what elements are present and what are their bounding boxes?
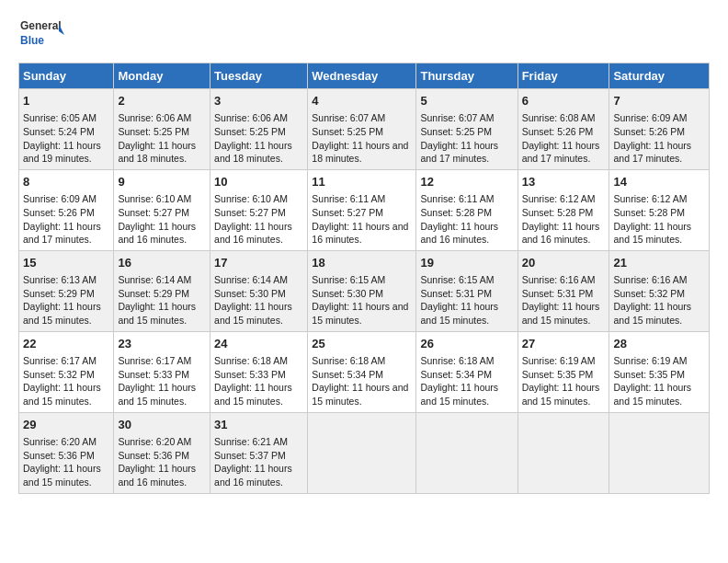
day-info: Daylight: 11 hours and 15 minutes. — [522, 382, 600, 407]
day-cell: 17Sunrise: 6:14 AMSunset: 5:30 PMDayligh… — [210, 250, 308, 331]
day-info: Daylight: 11 hours and 15 minutes. — [23, 382, 101, 407]
week-row-4: 22Sunrise: 6:17 AMSunset: 5:32 PMDayligh… — [19, 331, 710, 412]
day-info: Sunset: 5:30 PM — [214, 288, 286, 299]
day-info: Sunset: 5:29 PM — [23, 288, 95, 299]
week-row-3: 15Sunrise: 6:13 AMSunset: 5:29 PMDayligh… — [19, 250, 710, 331]
day-cell: 22Sunrise: 6:17 AMSunset: 5:32 PMDayligh… — [19, 331, 114, 412]
calendar-body: 1Sunrise: 6:05 AMSunset: 5:24 PMDaylight… — [19, 89, 710, 494]
day-info: Sunset: 5:36 PM — [118, 450, 189, 461]
day-info: Sunrise: 6:12 AM — [522, 193, 596, 204]
day-info: Sunrise: 6:11 AM — [420, 193, 494, 204]
day-info: Daylight: 11 hours and 15 minutes. — [613, 221, 691, 246]
day-cell: 8Sunrise: 6:09 AMSunset: 5:26 PMDaylight… — [19, 169, 114, 250]
day-info: Daylight: 11 hours and 15 minutes. — [23, 463, 101, 488]
day-info: Sunrise: 6:15 AM — [420, 274, 494, 285]
day-number: 15 — [23, 255, 109, 271]
day-number: 9 — [118, 174, 206, 190]
day-info: Sunset: 5:31 PM — [522, 288, 594, 299]
day-number: 8 — [23, 174, 109, 190]
day-cell: 18Sunrise: 6:15 AMSunset: 5:30 PMDayligh… — [308, 250, 416, 331]
col-header-wednesday: Wednesday — [308, 63, 416, 89]
day-info: Daylight: 11 hours and 17 minutes. — [420, 140, 498, 165]
day-info: Sunset: 5:32 PM — [613, 288, 685, 299]
day-info: Daylight: 11 hours and 16 minutes. — [214, 221, 292, 246]
day-cell: 5Sunrise: 6:07 AMSunset: 5:25 PMDaylight… — [416, 89, 518, 170]
day-cell — [308, 412, 416, 493]
day-number: 16 — [118, 255, 206, 271]
svg-text:General: General — [20, 19, 62, 32]
day-info: Sunrise: 6:16 AM — [613, 274, 687, 285]
day-info: Daylight: 11 hours and 18 minutes. — [312, 140, 408, 165]
day-info: Sunset: 5:26 PM — [522, 126, 594, 137]
col-header-monday: Monday — [114, 63, 210, 89]
day-cell: 20Sunrise: 6:16 AMSunset: 5:31 PMDayligh… — [518, 250, 609, 331]
day-number: 4 — [312, 93, 412, 109]
day-info: Sunrise: 6:05 AM — [23, 112, 97, 123]
day-info: Sunset: 5:24 PM — [23, 126, 95, 137]
day-number: 18 — [312, 255, 412, 271]
day-number: 26 — [420, 336, 513, 352]
day-info: Sunrise: 6:06 AM — [118, 112, 191, 123]
day-info: Sunset: 5:26 PM — [23, 207, 95, 218]
day-info: Daylight: 11 hours and 16 minutes. — [118, 221, 196, 246]
day-info: Daylight: 11 hours and 15 minutes. — [312, 382, 408, 407]
svg-text:Blue: Blue — [20, 34, 44, 47]
day-info: Sunrise: 6:18 AM — [420, 355, 494, 366]
day-cell: 27Sunrise: 6:19 AMSunset: 5:35 PMDayligh… — [518, 331, 609, 412]
day-cell: 2Sunrise: 6:06 AMSunset: 5:25 PMDaylight… — [114, 89, 210, 170]
calendar-table: SundayMondayTuesdayWednesdayThursdayFrid… — [18, 63, 710, 494]
day-number: 29 — [23, 417, 109, 433]
day-info: Daylight: 11 hours and 16 minutes. — [312, 221, 408, 246]
day-info: Sunrise: 6:18 AM — [214, 355, 288, 366]
day-info: Sunset: 5:35 PM — [522, 369, 594, 380]
logo: General Blue — [18, 15, 64, 55]
day-info: Sunrise: 6:07 AM — [420, 112, 494, 123]
day-cell: 14Sunrise: 6:12 AMSunset: 5:28 PMDayligh… — [609, 169, 710, 250]
day-info: Sunset: 5:37 PM — [214, 450, 286, 461]
day-info: Daylight: 11 hours and 15 minutes. — [312, 301, 408, 326]
day-cell: 26Sunrise: 6:18 AMSunset: 5:34 PMDayligh… — [416, 331, 518, 412]
week-row-1: 1Sunrise: 6:05 AMSunset: 5:24 PMDaylight… — [19, 89, 710, 170]
day-info: Sunset: 5:28 PM — [613, 207, 685, 218]
day-number: 28 — [613, 336, 705, 352]
day-number: 27 — [522, 336, 606, 352]
day-info: Daylight: 11 hours and 17 minutes. — [522, 140, 600, 165]
day-cell: 19Sunrise: 6:15 AMSunset: 5:31 PMDayligh… — [416, 250, 518, 331]
day-info: Sunrise: 6:20 AM — [118, 436, 191, 447]
week-row-2: 8Sunrise: 6:09 AMSunset: 5:26 PMDaylight… — [19, 169, 710, 250]
day-info: Sunrise: 6:11 AM — [312, 193, 385, 204]
day-number: 31 — [214, 417, 303, 433]
day-info: Sunrise: 6:18 AM — [312, 355, 385, 366]
day-number: 1 — [23, 93, 109, 109]
day-info: Daylight: 11 hours and 15 minutes. — [118, 301, 196, 326]
day-info: Sunset: 5:36 PM — [23, 450, 95, 461]
day-cell — [416, 412, 518, 493]
day-number: 17 — [214, 255, 303, 271]
day-info: Sunset: 5:25 PM — [312, 126, 383, 137]
day-info: Daylight: 11 hours and 16 minutes. — [420, 221, 498, 246]
day-info: Daylight: 11 hours and 15 minutes. — [118, 382, 196, 407]
day-info: Daylight: 11 hours and 15 minutes. — [613, 382, 691, 407]
col-header-saturday: Saturday — [609, 63, 710, 89]
day-cell: 29Sunrise: 6:20 AMSunset: 5:36 PMDayligh… — [19, 412, 114, 493]
day-cell: 23Sunrise: 6:17 AMSunset: 5:33 PMDayligh… — [114, 331, 210, 412]
day-info: Sunset: 5:34 PM — [312, 369, 383, 380]
day-cell: 11Sunrise: 6:11 AMSunset: 5:27 PMDayligh… — [308, 169, 416, 250]
day-info: Daylight: 11 hours and 18 minutes. — [214, 140, 292, 165]
day-info: Sunrise: 6:19 AM — [613, 355, 687, 366]
day-info: Sunset: 5:27 PM — [118, 207, 189, 218]
logo-svg: General Blue — [18, 15, 64, 55]
day-info: Sunrise: 6:20 AM — [23, 436, 97, 447]
day-info: Sunset: 5:27 PM — [214, 207, 286, 218]
day-info: Sunrise: 6:17 AM — [118, 355, 191, 366]
day-info: Sunset: 5:28 PM — [420, 207, 492, 218]
day-number: 19 — [420, 255, 513, 271]
day-info: Sunset: 5:25 PM — [420, 126, 492, 137]
day-info: Daylight: 11 hours and 15 minutes. — [420, 301, 498, 326]
day-info: Sunrise: 6:09 AM — [613, 112, 687, 123]
day-info: Sunrise: 6:15 AM — [312, 274, 385, 285]
day-info: Sunrise: 6:09 AM — [23, 193, 97, 204]
day-number: 23 — [118, 336, 206, 352]
day-info: Daylight: 11 hours and 17 minutes. — [23, 221, 101, 246]
day-cell: 7Sunrise: 6:09 AMSunset: 5:26 PMDaylight… — [609, 89, 710, 170]
